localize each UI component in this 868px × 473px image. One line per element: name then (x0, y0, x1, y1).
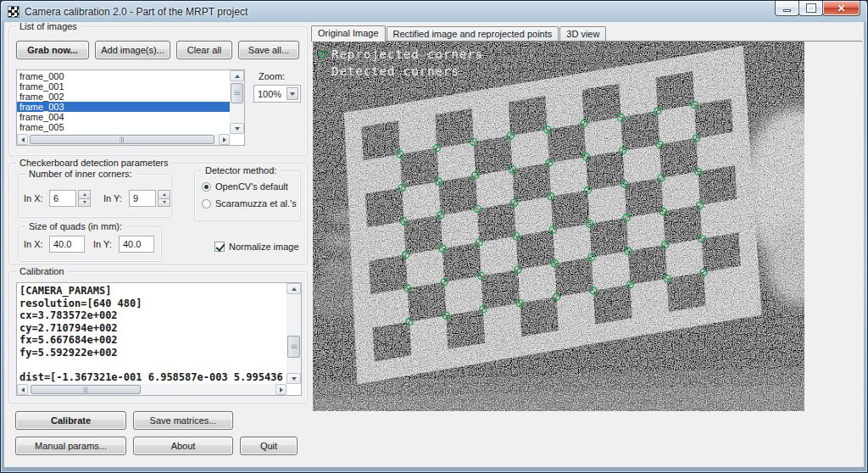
scrollbar-thumb[interactable] (287, 336, 300, 358)
list-item[interactable]: frame_000 (17, 71, 230, 81)
in-y-label: In Y: (93, 239, 112, 249)
save-all-button[interactable]: Save all... (238, 41, 299, 59)
normalize-checkbox[interactable] (214, 242, 225, 252)
listbox-vscrollbar[interactable] (230, 70, 244, 134)
about-button[interactable]: About (133, 437, 233, 455)
radio-label: Scaramuzza et al.'s (215, 198, 297, 209)
corners-x-spinner[interactable] (78, 190, 91, 207)
group-title: Checkerboard detection parameters (16, 158, 171, 168)
group-title: Size of quads (in mm): (25, 221, 125, 231)
camera-frame-viewer: Reprojected cornersDetected corners (313, 42, 804, 411)
list-of-images-group: List of images Grab now... Add image(s).… (8, 26, 308, 156)
viewer-tabstrip: Original ImageRectified image and reproj… (311, 25, 862, 42)
list-item[interactable]: frame_005 (17, 122, 230, 132)
tab-3d-view[interactable]: 3D view (559, 26, 606, 41)
minimize-icon (783, 9, 791, 12)
radio-scaramuzza[interactable]: Scaramuzza et al.'s (202, 198, 297, 209)
corners-x-input[interactable]: 6 (49, 190, 76, 207)
scroll-down-button[interactable] (230, 123, 244, 134)
in-y-label: In Y: (103, 193, 122, 203)
detection-parameters-group: Checkerboard detection parameters Number… (8, 163, 308, 264)
quad-size-group: Size of quads (in mm): In X: 40.0 In Y: … (18, 226, 162, 262)
chevron-down-icon (290, 92, 295, 96)
image-listbox[interactable]: frame_000frame_001frame_002frame_003fram… (16, 70, 245, 146)
window-title: Camera calibration 2.0 - Part of the MRP… (25, 6, 248, 18)
checkbox-label: Normalize image (229, 242, 299, 252)
scroll-up-button[interactable] (287, 283, 301, 294)
svg-text:Detected corners: Detected corners (331, 64, 459, 78)
radio-label: OpenCV's default (215, 181, 288, 192)
inner-corners-group: Number of inner corners: In X: 6 In Y: 9 (18, 174, 172, 218)
zoom-combobox[interactable]: 100% (253, 85, 301, 103)
in-x-label: In X: (24, 239, 43, 249)
calibration-textbox[interactable]: [CAMERA_PARAMS] resolution=[640 480] cx=… (16, 282, 302, 396)
manual-params-button[interactable]: Manual params... (15, 437, 126, 455)
group-title: List of images (16, 22, 81, 31)
corners-y-input[interactable]: 9 (129, 190, 156, 207)
svg-text:Reprojected corners: Reprojected corners (331, 47, 483, 61)
camera-frame-image: Reprojected cornersDetected corners (313, 42, 804, 411)
group-title: Detector method: (202, 165, 280, 175)
group-title: Calibration (16, 266, 68, 276)
list-item[interactable]: frame_002 (17, 92, 230, 102)
radio-icon (202, 199, 211, 209)
maximize-button[interactable] (798, 1, 823, 16)
calibrate-button[interactable]: Calibrate (15, 411, 126, 430)
list-item[interactable]: frame_003 (17, 102, 230, 112)
scroll-down-button[interactable] (287, 373, 301, 384)
calib-vscrollbar[interactable] (287, 283, 301, 384)
maximize-icon (807, 4, 815, 12)
clear-all-button[interactable]: Clear all (176, 41, 232, 59)
calib-hscrollbar[interactable] (17, 384, 287, 395)
normalize-image-row[interactable]: Normalize image (214, 242, 299, 252)
quad-x-input[interactable]: 40.0 (49, 236, 85, 253)
close-icon: ✕ (837, 3, 845, 14)
app-checkerboard-icon (8, 6, 19, 18)
scrollbar-thumb[interactable] (231, 83, 243, 103)
scroll-left-button[interactable] (17, 134, 28, 145)
group-title: Number of inner corners: (25, 169, 136, 179)
radio-icon (202, 182, 211, 192)
grab-now-button[interactable]: Grab now... (16, 41, 89, 59)
radio-opencv-default[interactable]: OpenCV's default (202, 181, 288, 192)
zoom-value: 100% (258, 89, 281, 99)
window-frame: Camera calibration 2.0 - Part of the MRP… (0, 0, 868, 473)
application-window: Camera calibration 2.0 - Part of the MRP… (0, 0, 868, 473)
add-images-button[interactable]: Add image(s)... (95, 41, 170, 59)
close-button[interactable]: ✕ (822, 1, 860, 16)
scrollbar-thumb[interactable] (31, 385, 141, 394)
zoom-label: Zoom: (259, 71, 285, 81)
list-item[interactable]: frame_001 (17, 81, 230, 92)
titlebar[interactable]: Camera calibration 2.0 - Part of the MRP… (1, 1, 867, 22)
detector-method-group: Detector method: OpenCV's default Scaram… (194, 170, 301, 221)
save-matrices-button[interactable]: Save matrices... (133, 411, 233, 430)
calibration-results-text: [CAMERA_PARAMS] resolution=[640 480] cx=… (17, 283, 287, 384)
client-area: List of images Grab now... Add image(s).… (4, 22, 864, 467)
combobox-dropdown-button[interactable] (287, 87, 298, 100)
calibration-group: Calibration [CAMERA_PARAMS] resolution=[… (8, 271, 308, 403)
scrollbar-thumb[interactable] (30, 135, 214, 144)
minimize-button[interactable] (775, 1, 799, 16)
corners-y-spinner[interactable] (158, 190, 170, 207)
scroll-left-button[interactable] (17, 384, 28, 395)
tab-original-image[interactable]: Original Image (311, 25, 386, 42)
quad-y-input[interactable]: 40.0 (119, 236, 154, 253)
listbox-hscrollbar[interactable] (17, 134, 230, 145)
quit-button[interactable]: Quit (240, 437, 298, 455)
scroll-right-button[interactable] (275, 384, 287, 395)
in-x-label: In X: (24, 193, 43, 203)
scroll-right-button[interactable] (219, 134, 230, 145)
tab-rectified-image[interactable]: Rectified image and reprojected points (387, 26, 559, 41)
scroll-up-button[interactable] (230, 70, 244, 81)
list-item[interactable]: frame_004 (17, 112, 230, 122)
